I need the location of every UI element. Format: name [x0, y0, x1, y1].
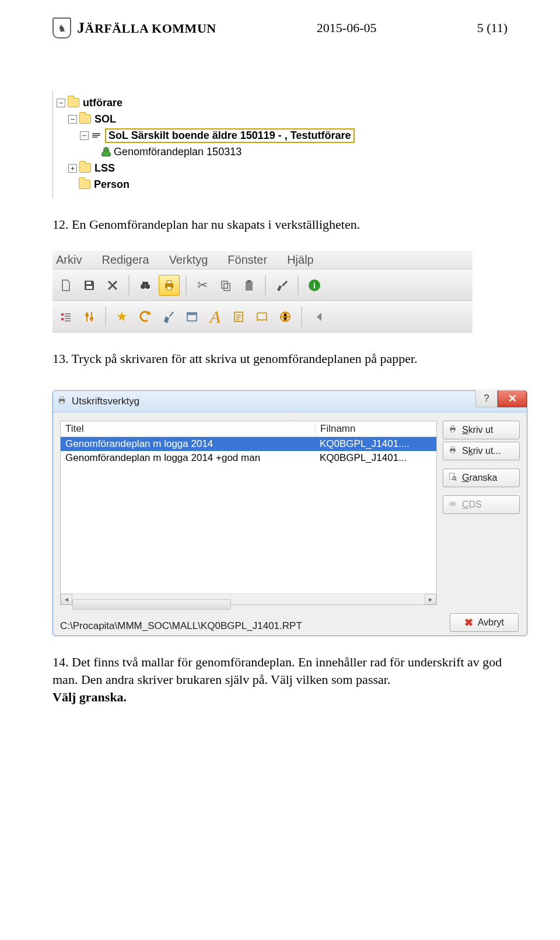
- granska-button[interactable]: Granska: [443, 469, 520, 487]
- cell-filnamn: KQ0BGPL_J1401....: [315, 437, 436, 451]
- scroll-right-icon[interactable]: ▸: [425, 594, 436, 604]
- menu-arkiv[interactable]: Arkiv: [56, 253, 82, 267]
- brush-icon[interactable]: [272, 275, 292, 295]
- scroll-left-icon[interactable]: ◂: [61, 594, 72, 604]
- skriv-ut-dots-button[interactable]: Skriv ut...: [443, 442, 520, 460]
- settings-icon[interactable]: [79, 307, 99, 327]
- skriv-ut-button[interactable]: Skriv ut: [443, 421, 520, 439]
- menu-bar: Arkiv Redigera Verktyg Fönster Hjälp: [52, 251, 473, 270]
- tree-label: utförare: [83, 97, 123, 109]
- tree-item-sol[interactable]: − SOL: [57, 111, 477, 127]
- col-titel[interactable]: Titel: [61, 421, 316, 436]
- folder-icon: [79, 114, 91, 124]
- toolbar-row-1: ✂ i: [52, 270, 473, 301]
- collapse-icon[interactable]: −: [68, 115, 77, 124]
- printer-icon: [57, 395, 67, 408]
- info-icon[interactable]: i: [304, 275, 324, 295]
- dialog-title: Utskriftsverktyg: [72, 396, 139, 407]
- paragraph-13: 13. Tryck på skrivaren för att skriva ut…: [52, 350, 508, 368]
- print-dialog: Utskriftsverktyg ? ✕ Titel Filnamn Genom…: [52, 390, 527, 636]
- paste-icon[interactable]: [239, 275, 259, 295]
- save-icon[interactable]: [79, 275, 99, 295]
- cds-button: CDS: [443, 495, 520, 514]
- svg-rect-17: [187, 313, 197, 315]
- paragraph-12: 12. En Genomförandeplan har nu skapats i…: [52, 216, 508, 233]
- tree-label: SoL Särskilt boende äldre 150119 - , Tes…: [105, 128, 355, 143]
- list-row[interactable]: Genomförandeplan m logga 2014 KQ0BGPL_J1…: [61, 437, 436, 451]
- copy-icon[interactable]: [216, 275, 236, 295]
- button-label: CDS: [462, 499, 482, 510]
- folder-icon: [79, 163, 91, 173]
- pen-icon[interactable]: [159, 307, 178, 327]
- binoculars-icon[interactable]: [135, 275, 155, 295]
- list-headers: Titel Filnamn: [61, 421, 436, 437]
- person-icon: [101, 147, 110, 156]
- kommun-name: JÄRFÄLLA KOMMUN: [77, 19, 216, 37]
- book-icon[interactable]: [252, 307, 272, 327]
- tree-item-person[interactable]: Person: [57, 176, 477, 193]
- avbryt-button[interactable]: ✖ Avbryt: [450, 613, 519, 632]
- paragraph-14a: 14. Det finns två mallar för genomförand…: [52, 655, 502, 687]
- dialog-titlebar[interactable]: Utskriftsverktyg ? ✕: [53, 391, 527, 413]
- svg-rect-28: [451, 451, 454, 453]
- tree-label: Person: [94, 179, 130, 191]
- tree-item-plan[interactable]: Genomförandeplan 150313: [57, 144, 477, 160]
- globe-icon[interactable]: [275, 307, 295, 327]
- tree-item-utforare[interactable]: − utförare: [57, 95, 477, 111]
- button-label: Granska: [462, 473, 497, 483]
- close-icon: ✖: [464, 616, 473, 629]
- kommun-logo-icon: ♞: [52, 18, 71, 39]
- menu-fonster[interactable]: Fönster: [228, 253, 267, 267]
- button-label: Skriv ut: [462, 425, 493, 435]
- tree-item-lss[interactable]: + LSS: [57, 160, 477, 176]
- undo-icon[interactable]: [135, 307, 155, 327]
- tree-item-sol-sub[interactable]: − SoL Särskilt boende äldre 150119 - , T…: [57, 127, 477, 144]
- svg-rect-0: [86, 282, 91, 284]
- svg-rect-22: [60, 401, 64, 404]
- cut-icon[interactable]: ✂: [192, 275, 212, 295]
- separator: [301, 307, 302, 327]
- list-row[interactable]: Genomförandeplan m logga 2014 +god man K…: [61, 451, 436, 465]
- separator: [128, 275, 130, 295]
- new-file-icon[interactable]: [56, 275, 76, 295]
- expand-icon[interactable]: +: [68, 164, 77, 173]
- separator: [186, 275, 187, 295]
- window-icon[interactable]: [182, 307, 202, 327]
- svg-rect-11: [247, 280, 251, 282]
- help-button[interactable]: ?: [475, 390, 498, 407]
- note-icon[interactable]: [229, 307, 249, 327]
- kommun-name-first: J: [77, 19, 85, 36]
- svg-rect-25: [451, 430, 454, 432]
- paragraph-14: 14. Det finns två mallar för genomförand…: [52, 654, 508, 705]
- svg-point-14: [85, 313, 89, 317]
- delete-icon[interactable]: [103, 275, 123, 295]
- separator: [105, 307, 106, 327]
- printer-icon: [448, 445, 457, 457]
- header-page-number: 5 (11): [477, 20, 508, 36]
- template-list: Titel Filnamn Genomförandeplan m logga 2…: [60, 421, 437, 605]
- cell-titel: Genomförandeplan m logga 2014: [61, 437, 315, 451]
- svg-text:i: i: [313, 281, 316, 290]
- menu-hjalp[interactable]: Hjälp: [287, 253, 314, 267]
- collapse-icon[interactable]: −: [80, 131, 89, 140]
- printer-icon[interactable]: [159, 275, 180, 296]
- separator: [265, 275, 266, 295]
- button-label: Avbryt: [478, 617, 504, 628]
- toolbar-row-2: ★ A: [52, 301, 473, 333]
- indent-icon[interactable]: [56, 307, 76, 327]
- folder-icon: [68, 98, 79, 107]
- fax-icon: [448, 499, 457, 511]
- col-filnamn[interactable]: Filnamn: [316, 421, 436, 436]
- horizontal-scrollbar[interactable]: ◂ ▸: [61, 593, 436, 604]
- close-button[interactable]: ✕: [498, 390, 527, 407]
- menu-redigera[interactable]: Redigera: [102, 253, 149, 267]
- script-a-icon[interactable]: A: [205, 307, 225, 327]
- svg-rect-4: [142, 282, 148, 285]
- app-toolbars: Arkiv Redigera Verktyg Fönster Hjälp ✂ i: [52, 251, 473, 333]
- printer-icon: [448, 424, 457, 436]
- menu-verktyg[interactable]: Verktyg: [169, 253, 208, 267]
- star-icon[interactable]: ★: [112, 307, 132, 327]
- tree-view: − utförare − SOL − SoL Särskilt boende ä…: [52, 91, 477, 198]
- collapse-icon[interactable]: −: [57, 99, 65, 107]
- first-icon[interactable]: [308, 307, 328, 327]
